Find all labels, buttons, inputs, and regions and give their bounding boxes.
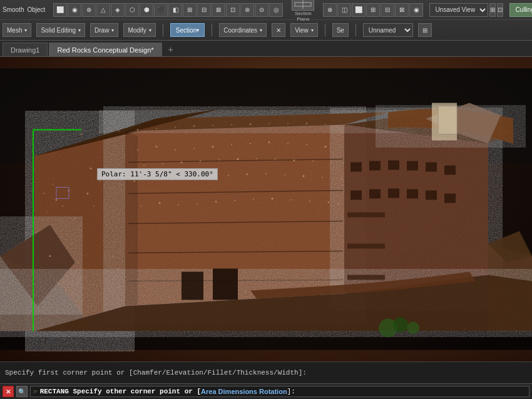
svg-point-121	[287, 123, 289, 124]
unnamed-select[interactable]: Unnamed	[363, 23, 413, 37]
svg-rect-25	[407, 161, 418, 171]
tool-btn-15[interactable]: ⊝	[255, 3, 269, 17]
svg-point-83	[312, 161, 314, 162]
svg-point-96	[340, 178, 342, 179]
svg-point-80	[256, 158, 257, 159]
coordinates-dropdown[interactable]: Coordinates ▾	[219, 23, 267, 37]
tool2-btn-7[interactable]: ◉	[409, 3, 423, 17]
tool2-btn-2[interactable]: ◫	[337, 3, 351, 17]
separator7	[212, 24, 212, 36]
svg-point-98	[159, 202, 161, 204]
view-icon-1[interactable]: ⊞	[489, 3, 496, 17]
section-plane-area: Section Plane	[292, 0, 314, 22]
separator8	[325, 24, 325, 36]
solid-editing-dropdown[interactable]: Solid Editing ▾	[36, 23, 85, 37]
command-search-button[interactable]: 🔍	[16, 386, 28, 397]
section-button[interactable]: Section ▾	[170, 23, 205, 37]
svg-point-93	[284, 174, 285, 176]
command-bar: ✕ 🔍 ☞ RECTANG Specify other corner point…	[0, 383, 532, 399]
tool-btn-3[interactable]: ⊕	[82, 3, 96, 17]
svg-point-53	[112, 256, 113, 257]
tool-btn-16[interactable]: ◎	[269, 3, 283, 17]
tool2-btn-5[interactable]: ⊟	[381, 3, 394, 17]
svg-point-55	[49, 255, 51, 257]
svg-rect-134	[438, 106, 457, 134]
unsaved-view-select[interactable]: Unsaved View	[429, 3, 488, 17]
command-input-area[interactable]: ☞ RECTANG Specify other corner point or …	[30, 386, 529, 397]
svg-point-111	[100, 132, 101, 133]
view-icon-2[interactable]: ⊡	[497, 3, 503, 17]
svg-point-65	[175, 149, 176, 151]
solid-editing-arrow: ▾	[78, 28, 81, 33]
svg-point-68	[231, 144, 232, 146]
tool-btn-2[interactable]: ◉	[68, 3, 81, 17]
svg-point-54	[118, 268, 120, 270]
separator6	[163, 24, 163, 36]
culling-button[interactable]: Culling	[509, 3, 532, 17]
svg-point-119	[250, 123, 252, 125]
svg-point-76	[181, 161, 183, 163]
svg-point-51	[100, 181, 101, 182]
tool-btn-11[interactable]: ⊟	[197, 3, 211, 17]
svg-point-70	[269, 141, 270, 143]
svg-rect-27	[444, 166, 456, 175]
tool2-btn-3[interactable]: ⬜	[352, 3, 366, 17]
tool-btn-1[interactable]: ⬜	[53, 3, 67, 17]
tool-btn-8[interactable]: ⬛	[154, 3, 168, 17]
svg-point-116	[193, 125, 195, 127]
view-dropdown[interactable]: View ▾	[290, 23, 318, 37]
tool-btn-10[interactable]: ⊞	[183, 3, 197, 17]
svg-point-42	[53, 184, 54, 185]
tool-btn-9[interactable]: ◧	[168, 3, 182, 17]
command-highlight: Area Dimensions Rotation	[201, 388, 287, 395]
tool-btn-6[interactable]: ⬡	[125, 3, 139, 17]
tool-btn-4[interactable]: △	[96, 3, 110, 17]
coord-arrow: ▾	[260, 28, 262, 33]
tool-btn-12[interactable]: ⊠	[212, 3, 225, 17]
svg-rect-133	[347, 275, 385, 280]
tab-drawing1[interactable]: Drawing1	[3, 43, 48, 56]
tab-add-button[interactable]: +	[163, 43, 178, 56]
svg-point-94	[303, 175, 305, 177]
svg-point-114	[156, 128, 157, 129]
tool2-btn-6[interactable]: ⊠	[395, 3, 409, 17]
draw-dropdown[interactable]: Draw ▾	[90, 23, 118, 37]
svg-point-137	[393, 318, 408, 333]
unnamed-icon[interactable]: ⊞	[418, 23, 432, 37]
tool-btn-14[interactable]: ⊛	[240, 3, 254, 17]
toolbar-row2: Mesh ▾ Solid Editing ▾ Draw ▾ Modify ▾ S…	[0, 20, 532, 40]
svg-point-56	[59, 281, 60, 282]
top-toolbar: Smooth Object ⬜ ◉ ⊕ △ ◈ ⬡ ⬢ ⬛ ◧ ⊞ ⊟ ⊠ ⊡ …	[0, 0, 532, 41]
svg-marker-9	[344, 125, 488, 294]
svg-point-100	[197, 203, 198, 205]
section-plane-icon[interactable]	[292, 0, 314, 11]
se-dropdown[interactable]: Se	[332, 23, 349, 37]
svg-point-113	[137, 129, 139, 131]
svg-point-101	[215, 201, 217, 203]
tool-btn-5[interactable]: ◈	[111, 3, 125, 17]
mesh-arrow: ▾	[24, 28, 27, 33]
mesh-dropdown[interactable]: Mesh ▾	[3, 23, 31, 37]
svg-point-103	[253, 199, 254, 200]
svg-point-64	[156, 146, 158, 148]
modify-dropdown[interactable]: Modify ▾	[123, 23, 155, 37]
svg-point-102	[234, 200, 235, 201]
coord-icon[interactable]: ✕	[272, 23, 285, 37]
status-text: Specify first corner point or [Chamfer/E…	[5, 369, 527, 376]
svg-rect-29	[369, 189, 381, 199]
tool-btn-13[interactable]: ⊡	[226, 3, 240, 17]
tab-red-rocks[interactable]: Red Rocks Conceptual Design*	[49, 43, 161, 56]
tool-btn-7[interactable]: ⬢	[140, 3, 153, 17]
command-close-button[interactable]: ✕	[3, 386, 14, 397]
svg-point-73	[325, 146, 327, 148]
svg-rect-23	[369, 161, 381, 171]
svg-point-104	[272, 198, 274, 200]
tool2-btn-1[interactable]: ⊕	[323, 3, 337, 17]
svg-point-45	[62, 206, 63, 207]
svg-point-95	[322, 177, 323, 178]
svg-point-71	[287, 143, 289, 144]
svg-point-52	[106, 224, 108, 226]
command-prompt: ☞	[33, 388, 38, 396]
tool2-btn-4[interactable]: ⊞	[366, 3, 380, 17]
svg-point-44	[46, 212, 48, 213]
